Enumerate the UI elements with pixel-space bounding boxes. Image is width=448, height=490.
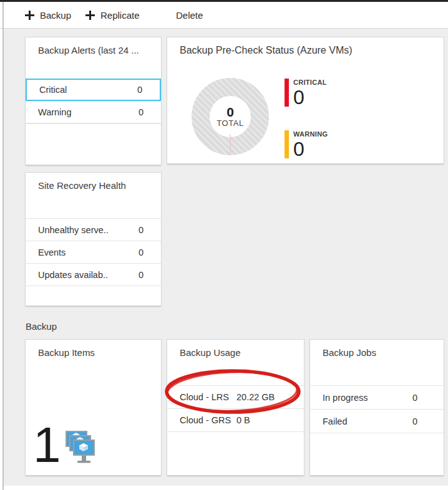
alerts-rows: Critical 0 Warning 0 — [26, 79, 161, 124]
siterec-row-unhealthy[interactable]: Unhealthy serve.. 0 — [26, 218, 161, 241]
window-top-edge — [0, 0, 448, 2]
tile-title: Backup Usage — [180, 347, 302, 358]
tile-title: Backup Items — [38, 347, 159, 358]
tile-title: Backup Pre-Check Status (Azure VMs) — [180, 45, 442, 56]
backup-precheck-status-tile[interactable]: Backup Pre-Check Status (Azure VMs) 0 TO… — [167, 37, 444, 164]
legend-value: 0 — [293, 139, 328, 159]
legend-critical: CRITICAL 0 — [285, 79, 327, 107]
tile-title: Backup Alerts (last 24 ... — [38, 45, 159, 55]
row-value: 0 — [139, 225, 144, 235]
row-label: Critical — [39, 85, 67, 95]
backup-items-count: 1 — [33, 423, 61, 468]
backup-jobs-tile[interactable]: Backup Jobs In progress 0 Failed 0 — [309, 339, 444, 476]
command-label: Delete — [176, 10, 203, 21]
site-recovery-health-tile[interactable]: Site Recovery Health Unhealthy serve.. 0… — [25, 172, 162, 306]
command-label: Backup — [40, 10, 71, 21]
tile-title: Backup Jobs — [323, 347, 442, 358]
backup-section-heading: Backup — [26, 321, 57, 332]
siterec-row-events[interactable]: Events 0 — [26, 241, 161, 263]
backup-command-button[interactable]: Backup — [25, 2, 71, 28]
row-value: 0 — [139, 270, 144, 280]
backup-usage-tile[interactable]: Backup Usage Cloud - LRS 20.22 GB Cloud … — [167, 339, 304, 476]
azure-vault-overview-blade: Backup Replicate Delete Backup Alerts (l… — [0, 0, 448, 490]
row-value: 0 — [139, 107, 144, 117]
row-value: 0 — [412, 393, 417, 403]
jobs-row-in-progress[interactable]: In progress 0 — [310, 385, 444, 409]
row-value: 0 — [137, 85, 142, 95]
usage-row-cloud-grs[interactable]: Cloud - GRS 0 B — [167, 408, 304, 431]
delete-command-button[interactable]: Delete — [176, 2, 203, 28]
legend-warning: WARNING 0 — [285, 130, 328, 159]
alerts-row-critical[interactable]: Critical 0 — [26, 79, 161, 101]
donut-total-value: 0 — [226, 105, 234, 119]
site-recovery-rows: Unhealthy serve.. 0 Events 0 Updates ava… — [26, 218, 161, 286]
jobs-rows: In progress 0 Failed 0 — [310, 385, 444, 433]
blade-left-border — [2, 2, 4, 490]
backup-alerts-tile[interactable]: Backup Alerts (last 24 ... Critical 0 Wa… — [25, 37, 162, 165]
legend-value: 0 — [293, 87, 327, 107]
row-label: Updates availab.. — [38, 270, 108, 280]
donut-center-label: 0 TOTAL — [190, 76, 271, 157]
replicate-command-button[interactable]: Replicate — [85, 2, 140, 28]
row-value: 20.22 GB — [236, 392, 275, 402]
row-value: 0 B — [236, 415, 250, 425]
tile-title: Site Recovery Health — [38, 180, 159, 191]
row-label: Warning — [38, 107, 71, 117]
usage-row-cloud-lrs[interactable]: Cloud - LRS 20.22 GB — [167, 385, 304, 408]
precheck-donut-chart: 0 TOTAL — [190, 76, 271, 157]
usage-rows: Cloud - LRS 20.22 GB Cloud - GRS 0 B — [167, 385, 304, 432]
row-label: Unhealthy serve.. — [38, 225, 109, 235]
alerts-row-warning[interactable]: Warning 0 — [26, 101, 161, 123]
plus-icon — [85, 11, 95, 20]
command-bar: Backup Replicate Delete — [0, 2, 448, 29]
row-label: Failed — [323, 416, 348, 426]
vm-stack-icon — [62, 430, 95, 465]
row-label: Cloud - GRS — [180, 415, 236, 425]
warning-color-bar — [285, 130, 289, 158]
row-label: Events — [38, 247, 66, 257]
critical-color-bar — [285, 79, 289, 107]
row-label: In progress — [323, 393, 368, 403]
command-label: Replicate — [100, 10, 140, 21]
donut-total-caption: TOTAL — [217, 119, 244, 128]
row-value: 0 — [412, 416, 417, 426]
row-value: 0 — [139, 247, 144, 257]
plus-icon — [25, 11, 34, 20]
jobs-row-failed[interactable]: Failed 0 — [310, 409, 444, 433]
row-label: Cloud - LRS — [180, 392, 236, 402]
siterec-row-updates[interactable]: Updates availab.. 0 — [26, 263, 161, 286]
backup-items-tile[interactable]: Backup Items 1 — [25, 339, 162, 476]
